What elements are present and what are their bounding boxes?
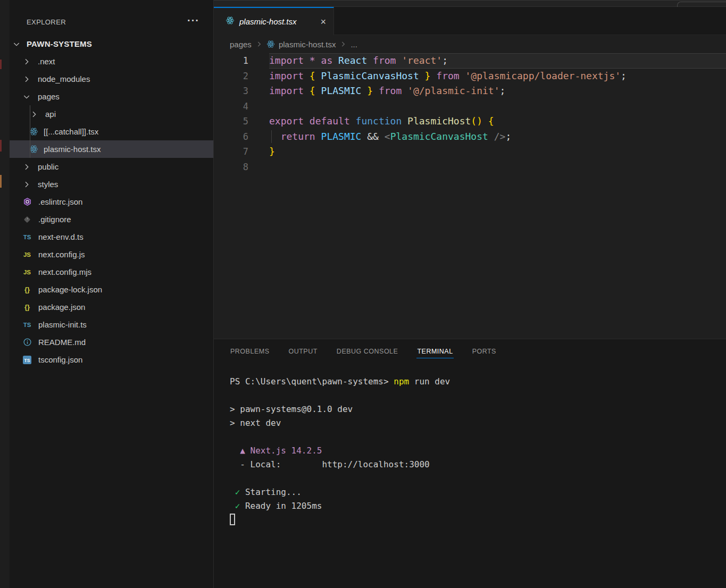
tree-item-package-json[interactable]: {}package.json: [10, 298, 213, 316]
tree-item-label: [[...catchall]].tsx: [44, 127, 98, 136]
code-line-6[interactable]: 6 return PLASMIC && <PlasmicCanvasHost /…: [214, 129, 726, 145]
activity-strip: [0, 0, 10, 588]
typescript-icon: TS: [22, 320, 32, 330]
decoration-mark: [0, 140, 2, 152]
code-line-4[interactable]: 4: [214, 99, 726, 114]
terminal-line: ▲ Next.js 14.2.5: [230, 444, 726, 458]
tree-item-next-config-mjs[interactable]: JSnext.config.mjs: [10, 263, 213, 281]
tree-item-label: pages: [38, 92, 60, 101]
decoration-mark: [0, 175, 2, 188]
tree-item-label: .next: [38, 57, 55, 66]
panel-tab-debug-console[interactable]: DEBUG CONSOLE: [336, 345, 399, 358]
terminal-line: ✓ Starting...: [230, 485, 726, 499]
line-number: 5: [214, 114, 248, 129]
breadcrumb-item-plasmic-host-tsx[interactable]: plasmic-host.tsx: [266, 40, 336, 49]
breadcrumb-label: plasmic-host.tsx: [279, 40, 336, 49]
tree-item-api[interactable]: api: [10, 105, 213, 123]
chevron-right-icon: [22, 57, 31, 66]
tree-item-plasmic-host-tsx[interactable]: plasmic-host.tsx: [10, 140, 213, 158]
tree-item-readme-md[interactable]: README.md: [10, 333, 213, 351]
tree-item-label: package.json: [38, 303, 85, 312]
json-icon: {}: [22, 303, 32, 312]
react-icon: [266, 40, 275, 48]
code-line-1[interactable]: 1import * as React from 'react';: [214, 53, 726, 69]
tree-item-label: styles: [38, 180, 58, 189]
tree-item-label: public: [38, 162, 59, 171]
tree-item-label: plasmic-init.ts: [38, 320, 87, 329]
file-tree: .nextnode_modulespagesapi[[...catchall]]…: [10, 53, 213, 368]
breadcrumb-label: pages: [230, 40, 252, 49]
tree-item-pages[interactable]: pages: [10, 88, 213, 105]
tree-item-catchall-tsx[interactable]: [[...catchall]].tsx: [10, 123, 213, 140]
chevron-right-icon: [22, 162, 31, 172]
tree-item-label: plasmic-host.tsx: [44, 145, 101, 154]
javascript-icon: JS: [22, 267, 32, 277]
line-number: 2: [214, 69, 248, 84]
tree-item-eslintrc-json[interactable]: .eslintrc.json: [10, 193, 213, 211]
indent-guide: [271, 130, 272, 144]
vscode-window: EXPLORER ··· PAWN-SYSTEMS .nextnode_modu…: [0, 0, 726, 588]
code-line-5[interactable]: 5export default function PlasmicHost() {: [214, 114, 726, 129]
chevron-down-icon: [22, 92, 31, 102]
breadcrumb-item-[interactable]: ...: [351, 40, 357, 49]
tree-indent-guide: [30, 105, 30, 158]
tree-item-next-config-js[interactable]: JSnext.config.js: [10, 246, 213, 263]
explorer-header: EXPLORER ···: [10, 13, 213, 30]
tree-item-package-lock-json[interactable]: {}package-lock.json: [10, 281, 213, 298]
panel-tab-output[interactable]: OUTPUT: [288, 345, 318, 358]
titlebar-strip: [214, 0, 726, 7]
code-line-8[interactable]: 8: [214, 159, 726, 175]
json-icon: {}: [22, 285, 32, 295]
tree-item-label: .eslintrc.json: [38, 197, 82, 206]
bottom-panel: PROBLEMSOUTPUTDEBUG CONSOLETERMINALPORTS…: [214, 339, 726, 588]
panel-tab-ports[interactable]: PORTS: [472, 345, 497, 358]
tree-item-label: next.config.mjs: [38, 267, 91, 276]
chevron-right-icon: [22, 180, 31, 189]
code-editor[interactable]: 1import * as React from 'react';2import …: [214, 53, 726, 339]
line-number: 8: [214, 159, 248, 175]
chevron-right-icon: [29, 110, 39, 119]
tree-item-gitignore[interactable]: .gitignore: [10, 211, 213, 228]
breadcrumb-separator-icon: [339, 40, 347, 48]
tree-item-label: next-env.d.ts: [38, 232, 84, 241]
terminal-line: - Local: http://localhost:3000: [230, 458, 726, 472]
tree-item-plasmic-init-ts[interactable]: TSplasmic-init.ts: [10, 316, 213, 333]
code-line-7[interactable]: 7}: [214, 144, 726, 159]
tree-item-next[interactable]: .next: [10, 53, 213, 70]
git-icon: [22, 215, 32, 224]
terminal-cursor-line: [230, 513, 726, 527]
eslint-icon: [22, 197, 32, 207]
code-line-2[interactable]: 2import { PlasmicCanvasHost } from '@pla…: [214, 69, 726, 84]
terminal-line: [230, 430, 726, 444]
tree-item-public[interactable]: public: [10, 158, 213, 175]
terminal[interactable]: PS C:\Users\quent\pawn-systems> npm run …: [230, 375, 726, 527]
tab-plasmic-host[interactable]: plasmic-host.tsx ×: [214, 7, 334, 35]
javascript-icon: JS: [22, 250, 32, 259]
tree-item-next-env-d-ts[interactable]: TSnext-env.d.ts: [10, 228, 213, 246]
typescript-icon: TS: [22, 232, 32, 242]
panel-tab-problems[interactable]: PROBLEMS: [230, 345, 270, 358]
panel-tab-bar: PROBLEMSOUTPUTDEBUG CONSOLETERMINALPORTS: [230, 339, 515, 364]
terminal-line: ✓ Ready in 1205ms: [230, 499, 726, 513]
tree-item-node-modules[interactable]: node_modules: [10, 70, 213, 88]
code-line-3[interactable]: 3import { PLASMIC } from '@/plasmic-init…: [214, 83, 726, 99]
tree-item-styles[interactable]: styles: [10, 175, 213, 193]
terminal-line: PS C:\Users\quent\pawn-systems> npm run …: [230, 375, 726, 389]
line-number: 7: [214, 144, 248, 159]
tree-root-pawn-systems[interactable]: PAWN-SYSTEMS: [10, 35, 213, 53]
terminal-line: > next dev: [230, 416, 726, 430]
line-number: 3: [214, 83, 248, 99]
close-icon[interactable]: ×: [319, 17, 327, 27]
terminal-line: [230, 472, 726, 485]
decoration-mark: [0, 60, 2, 69]
panel-tab-terminal[interactable]: TERMINAL: [416, 345, 453, 358]
tree-item-label: package-lock.json: [38, 285, 102, 294]
breadcrumb-item-pages[interactable]: pages: [230, 40, 252, 49]
tree-item-tsconfig-json[interactable]: TStsconfig.json: [10, 351, 213, 368]
tree-item-label: README.md: [38, 338, 86, 347]
chevron-down-icon: [12, 39, 21, 49]
breadcrumb: pagesplasmic-host.tsx...: [214, 35, 726, 53]
more-actions-icon[interactable]: ···: [187, 14, 199, 27]
editor-area: plasmic-host.tsx × pagesplasmic-host.tsx…: [214, 0, 726, 588]
tree-item-label: node_modules: [38, 74, 90, 83]
